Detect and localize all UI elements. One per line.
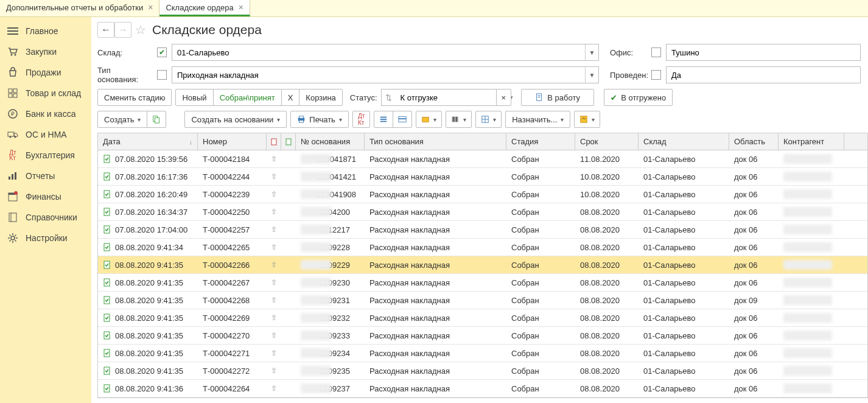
settings2-button[interactable] <box>475 111 502 128</box>
filter-sklad-combo[interactable]: ▼ <box>172 44 599 61</box>
cell-date: 08.08.2020 9:41:35 <box>115 261 183 270</box>
col-stage[interactable]: Стадия <box>506 133 575 150</box>
tab-reports[interactable]: Дополнительные отчеты и обработки × <box>0 0 159 16</box>
filter-office-checkbox[interactable] <box>651 47 661 57</box>
table-row[interactable]: 07.08.2020 17:04:00Т-000042257⇧-0012217Р… <box>98 221 867 239</box>
cell-number: Т-000042270 <box>203 331 250 340</box>
favorite-star-icon[interactable]: ☆ <box>135 23 146 37</box>
sidebar-item-3[interactable]: Товар и склад <box>0 83 91 103</box>
print-button[interactable]: Печать <box>290 111 349 128</box>
col-docnum[interactable]: № основания <box>296 133 365 150</box>
svg-rect-37 <box>452 117 453 122</box>
filter-posted-input[interactable] <box>667 67 860 83</box>
sidebar-item-4[interactable]: ₽Банк и касса <box>0 103 91 124</box>
svg-rect-16 <box>15 172 16 180</box>
svg-rect-56 <box>104 296 110 304</box>
cell-sklad: 01-Саларьево <box>643 190 696 199</box>
stage-assembled-button[interactable]: Собран\принят <box>213 89 282 106</box>
cell-doctype: Расходная накладная <box>369 172 450 181</box>
barcode-button[interactable] <box>446 111 472 128</box>
filter-basis-combo[interactable]: ▼ <box>172 66 599 83</box>
sidebar-item-2[interactable]: Продажи <box>0 62 91 83</box>
chevron-down-icon[interactable]: ▼ <box>585 67 598 83</box>
status-clear-button[interactable]: × <box>496 89 512 106</box>
table-row[interactable]: 08.08.2020 9:41:35Т-000042266⇧-0009229Ра… <box>98 256 867 274</box>
filter-office-combo[interactable] <box>666 44 861 61</box>
table-row[interactable]: 08.08.2020 9:41:35Т-000042271⇧-0009234Ра… <box>98 345 867 362</box>
col-region[interactable]: Область <box>729 133 779 150</box>
filter-sklad-input[interactable] <box>172 44 585 60</box>
sidebar-item-7[interactable]: Отчеты <box>0 166 91 186</box>
table-row[interactable]: 08.08.2020 9:41:36Т-000042264⇧-0009237Ра… <box>98 380 867 398</box>
table-row[interactable]: 08.08.2020 9:41:34Т-000042265⇧-0009228Ра… <box>98 239 867 256</box>
stage-trash-button[interactable]: Корзина <box>299 89 343 106</box>
sidebar-item-10[interactable]: Настройки <box>0 228 91 248</box>
filter-posted-combo[interactable] <box>666 66 861 83</box>
sidebar-item-1[interactable]: Закупки <box>0 41 91 62</box>
change-stage-button[interactable]: Сменить стадию <box>97 89 172 106</box>
cell-due: 08.08.2020 <box>580 349 620 358</box>
sidebar-item-9[interactable]: Справочники <box>0 207 91 228</box>
svg-rect-32 <box>380 119 387 120</box>
status-input[interactable] <box>396 89 508 105</box>
cell-number: Т-000042267 <box>203 278 250 287</box>
cell-stage: Собран <box>511 349 539 358</box>
filter-office-input[interactable] <box>667 44 860 60</box>
shipped-button[interactable]: ✔ В отгружено <box>604 89 673 106</box>
nav-back-button[interactable]: ← <box>97 22 114 38</box>
close-icon[interactable]: × <box>148 2 153 12</box>
copy-icon <box>152 115 161 124</box>
tab-orders[interactable]: Складские ордера × <box>159 0 250 16</box>
close-icon[interactable]: × <box>239 2 243 12</box>
export-button[interactable] <box>574 111 600 128</box>
dtkt-button[interactable]: ДтКт <box>352 111 370 128</box>
nav-fwd-button[interactable]: → <box>114 22 131 38</box>
table-row[interactable]: 07.08.2020 16:20:49Т-000042239⇧000041908… <box>98 186 867 203</box>
svg-rect-5 <box>9 89 12 93</box>
col-contr[interactable]: Контрагент <box>779 133 844 150</box>
stage-new-button[interactable]: Новый <box>175 89 213 106</box>
cell-stage: Собран <box>511 190 539 199</box>
copy-button[interactable] <box>147 111 166 128</box>
filter-basis-input[interactable] <box>172 67 585 83</box>
stage-x-button[interactable]: Х <box>281 89 300 106</box>
col-date[interactable]: Дата↓ <box>98 133 198 150</box>
col-doctype[interactable]: Тип основания <box>365 133 506 150</box>
action2-button[interactable] <box>393 111 412 128</box>
col-number[interactable]: Номер <box>198 133 267 150</box>
table-row[interactable]: 07.08.2020 16:17:36Т-000042244⇧000041421… <box>98 168 867 186</box>
sidebar-item-5[interactable]: ОС и НМА <box>0 124 91 145</box>
create-button[interactable]: Создать <box>97 111 147 128</box>
sidebar-item-label: Финансы <box>26 192 61 202</box>
table-row[interactable]: 08.08.2020 9:41:35Т-000042269⇧-0009232Ра… <box>98 309 867 327</box>
action3-button[interactable] <box>416 111 442 128</box>
col-icon1[interactable] <box>267 133 281 150</box>
table-row[interactable]: 08.08.2020 9:41:35Т-000042267⇧-0009230Ра… <box>98 274 867 292</box>
sidebar-item-6[interactable]: ДтКтБухгалтерия <box>0 145 91 166</box>
status-combo[interactable]: ⇅ ▼ <box>381 89 497 106</box>
doc-posted-icon <box>103 331 111 340</box>
col-icon2[interactable] <box>281 133 296 150</box>
create-on-basis-button[interactable]: Создать на основании <box>184 111 287 128</box>
status-label: Статус: <box>350 93 377 102</box>
col-due[interactable]: Срок <box>575 133 639 150</box>
to-work-button[interactable]: В работу <box>521 89 594 106</box>
filter-sklad-checkbox[interactable] <box>157 47 167 57</box>
col-sklad[interactable]: Склад <box>639 133 729 150</box>
sidebar-item-8[interactable]: Финансы <box>0 186 91 207</box>
table-row[interactable]: 08.08.2020 9:41:35Т-000042268⇧-0009231Ра… <box>98 292 867 309</box>
table-row[interactable]: 07.08.2020 15:39:56Т-000042184⇧000041871… <box>98 150 867 168</box>
action1-button[interactable] <box>374 111 393 128</box>
cell-mask <box>301 207 331 217</box>
cell-date: 08.08.2020 9:41:35 <box>115 349 183 358</box>
filter-basis-checkbox[interactable] <box>157 70 167 80</box>
chevron-down-icon[interactable]: ▼ <box>585 44 598 60</box>
cell-region: док 06 <box>734 225 758 234</box>
table-row[interactable]: 07.08.2020 16:34:37Т-000042250⇧-0004200Р… <box>98 203 867 221</box>
table-row[interactable]: 08.08.2020 9:41:35Т-000042272⇧-0009235Ра… <box>98 362 867 380</box>
assign-button[interactable]: Назначить... <box>505 111 570 128</box>
table-row[interactable]: 08.08.2020 9:41:35Т-000042270⇧-0009233Ра… <box>98 327 867 345</box>
sidebar-item-0[interactable]: Главное <box>0 21 91 41</box>
filter-posted-checkbox[interactable] <box>651 70 661 80</box>
doc-posted-icon <box>103 366 111 375</box>
